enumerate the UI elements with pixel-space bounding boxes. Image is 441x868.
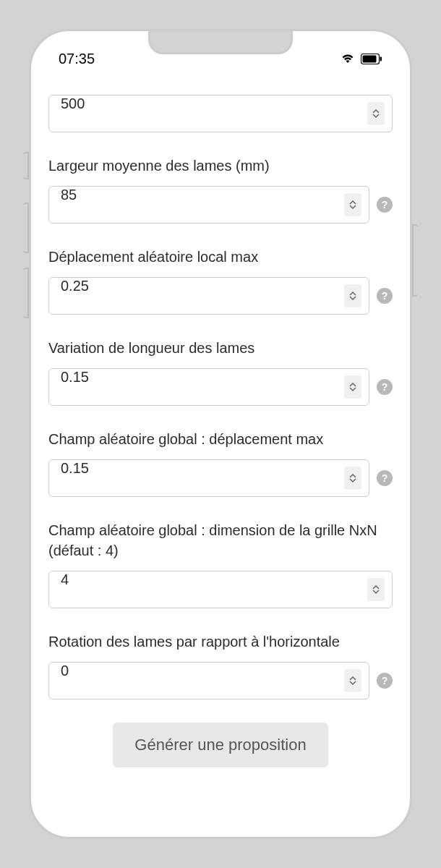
phone-side-button-volume-down: [23, 268, 29, 318]
wifi-icon: [341, 53, 355, 64]
help-icon[interactable]: ?: [377, 379, 393, 395]
form-group-1: Largeur moyenne des lames (mm) 85 ?: [48, 156, 393, 224]
form-label: Variation de longueur des lames: [48, 338, 393, 358]
stepper-icon[interactable]: [344, 193, 361, 216]
form-label: Déplacement aléatoire local max: [48, 247, 393, 267]
number-input-largeur[interactable]: 85: [48, 186, 369, 224]
status-time: 07:35: [59, 51, 95, 67]
svg-rect-2: [380, 56, 382, 61]
stepper-icon[interactable]: [344, 467, 361, 490]
form-label: Largeur moyenne des lames (mm): [48, 156, 393, 176]
form-group-2: Déplacement aléatoire local max 0.25 ?: [48, 247, 393, 315]
number-input-rotation[interactable]: 0: [48, 662, 369, 699]
input-value[interactable]: 4: [49, 571, 367, 608]
help-icon[interactable]: ?: [377, 288, 393, 304]
stepper-icon[interactable]: [367, 578, 385, 601]
svg-rect-1: [363, 55, 377, 62]
input-value[interactable]: 0.25: [49, 278, 344, 314]
form-group-0: 500: [48, 95, 393, 132]
number-input-deplacement-global[interactable]: 0.15: [48, 459, 369, 497]
phone-notch: [148, 31, 293, 54]
input-value[interactable]: 0.15: [49, 369, 344, 405]
help-icon[interactable]: ?: [377, 470, 393, 486]
form-group-6: Rotation des lames par rapport à l'horiz…: [48, 631, 393, 699]
form-label: Champ aléatoire global : dimension de la…: [48, 520, 393, 561]
status-icons: [341, 53, 382, 64]
stepper-icon[interactable]: [344, 375, 361, 399]
number-input-0[interactable]: 500: [48, 95, 393, 132]
generate-button[interactable]: Générer une proposition: [113, 723, 327, 767]
input-value[interactable]: 85: [49, 187, 344, 223]
stepper-icon[interactable]: [344, 669, 361, 692]
help-icon[interactable]: ?: [377, 197, 393, 213]
input-value[interactable]: 500: [49, 95, 367, 132]
form-content: 500 Largeur moyenne des lames (mm) 85: [31, 72, 410, 785]
input-value[interactable]: 0.15: [49, 460, 344, 496]
form-label: Champ aléatoire global : déplacement max: [48, 429, 393, 449]
phone-frame: 07:35 500: [29, 29, 412, 839]
form-group-5: Champ aléatoire global : dimension de la…: [48, 520, 393, 608]
stepper-icon[interactable]: [367, 102, 385, 125]
number-input-variation-longueur[interactable]: 0.15: [48, 368, 369, 406]
form-label: Rotation des lames par rapport à l'horiz…: [48, 631, 393, 652]
number-input-deplacement-local[interactable]: 0.25: [48, 277, 369, 315]
phone-side-button-volume-up: [23, 203, 29, 253]
phone-side-button-power: [412, 224, 418, 297]
form-group-4: Champ aléatoire global : déplacement max…: [48, 429, 393, 497]
phone-side-button-silence: [23, 152, 29, 179]
number-input-grille[interactable]: 4: [48, 571, 393, 608]
battery-icon: [361, 54, 382, 64]
help-icon[interactable]: ?: [377, 673, 393, 689]
form-group-3: Variation de longueur des lames 0.15 ?: [48, 338, 393, 406]
stepper-icon[interactable]: [344, 284, 361, 307]
input-value[interactable]: 0: [49, 663, 344, 699]
